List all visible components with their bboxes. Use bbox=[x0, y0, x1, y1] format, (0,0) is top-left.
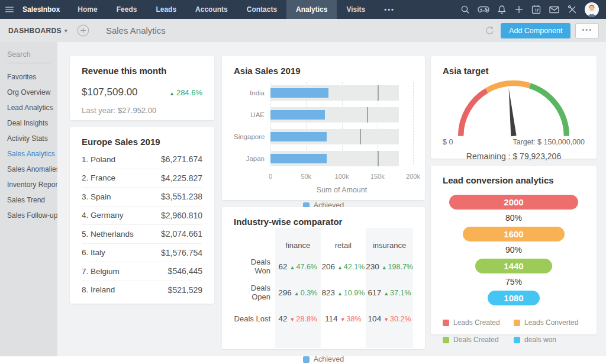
card-title: Asia target bbox=[443, 66, 585, 76]
funnel-stage[interactable]: 2000 bbox=[449, 195, 578, 210]
main-area: Favorites Org Overview Lead Analytics De… bbox=[0, 42, 606, 356]
asia-target-marker bbox=[367, 107, 368, 123]
card-title: Europe Sales 2019 bbox=[82, 137, 202, 147]
x-axis-tick: 0 bbox=[269, 173, 272, 180]
list-item: 6. Italy$1,576.754 bbox=[82, 244, 202, 263]
search-icon[interactable] bbox=[460, 4, 470, 15]
sidebar-search-input[interactable] bbox=[7, 49, 50, 63]
card-title: Asia Sales 2019 bbox=[234, 66, 413, 76]
nav-more-button[interactable]: ••• bbox=[375, 0, 404, 19]
sidebar-item-favorites[interactable]: Favorites bbox=[0, 69, 57, 85]
industry-comparator-card: Industry-wise comparator finance retail … bbox=[222, 207, 425, 349]
last-year-label: Last year: bbox=[82, 106, 115, 115]
revenue-amount: $107,509.00 bbox=[82, 86, 138, 98]
sidebar-item-deal-insights[interactable]: Deal Insights bbox=[0, 115, 57, 131]
revenue-card: Revenue this month $107,509.00 ▲284.6% L… bbox=[70, 56, 214, 120]
sidebar-item-sales-trend[interactable]: Sales Trend bbox=[0, 192, 57, 208]
europe-sales-list: 1. Poland$6,271.674 2. France$4,225.827 … bbox=[82, 150, 202, 299]
comparator-cell: 62▲47.6% bbox=[275, 253, 321, 279]
column-header: retail bbox=[321, 228, 366, 253]
x-axis-tick: 100k bbox=[335, 173, 349, 180]
asia-achieved-bar[interactable] bbox=[270, 88, 328, 98]
comparator-cell: 230▲198.7% bbox=[366, 253, 413, 279]
legend-label: Achieved bbox=[314, 355, 344, 363]
sidebar-item-activity-stats[interactable]: Activity Stats bbox=[0, 131, 57, 146]
sidebar-item-sales-analytics[interactable]: Sales Analytics bbox=[0, 146, 57, 162]
nav-item-analytics[interactable]: Analytics bbox=[286, 0, 337, 19]
legend-item: Leads Created bbox=[443, 318, 514, 327]
funnel-stage[interactable]: 1600 bbox=[463, 227, 565, 241]
asia-achieved-bar[interactable] bbox=[270, 154, 327, 163]
asia-target-marker bbox=[378, 151, 379, 166]
comparator-cell: 114▼38% bbox=[321, 305, 366, 331]
row-label: Deals Lost bbox=[234, 314, 275, 323]
card-title: Lead conversion analytics bbox=[443, 175, 585, 185]
email-icon[interactable] bbox=[549, 4, 560, 15]
asia-target-gauge bbox=[445, 77, 582, 140]
hamburger-menu-icon[interactable] bbox=[0, 0, 19, 19]
funnel-conversion-pct: 80% bbox=[443, 210, 585, 227]
gauge-min-label: $ 0 bbox=[443, 138, 453, 146]
card-title: Revenue this month bbox=[82, 66, 202, 76]
asia-achieved-bar[interactable] bbox=[270, 110, 325, 120]
nav-item-feeds[interactable]: Feeds bbox=[107, 0, 147, 19]
x-axis-tick: 150k bbox=[370, 173, 385, 180]
revenue-change-pct: 284.6% bbox=[176, 88, 202, 97]
nav-item-home[interactable]: Home bbox=[68, 0, 107, 19]
quick-add-plus-icon[interactable] bbox=[514, 5, 524, 14]
gauge-needle bbox=[506, 88, 517, 136]
revenue-last-year: Last year:$27.952.00 bbox=[82, 106, 202, 115]
revenue-change: ▲284.6% bbox=[169, 88, 202, 97]
x-axis-tick: 200k bbox=[406, 173, 420, 180]
user-avatar[interactable] bbox=[585, 2, 599, 17]
nav-brand[interactable]: SalesInbox bbox=[19, 0, 68, 19]
last-year-value: $27.952.00 bbox=[118, 106, 156, 115]
list-item: 5. Netherlands$2,074.661 bbox=[82, 225, 202, 244]
calendar-icon[interactable] bbox=[531, 4, 541, 15]
lead-conversion-card: Lead conversion analytics 2000 80% 1600 … bbox=[431, 166, 597, 334]
asia-achieved-bar[interactable] bbox=[270, 132, 327, 141]
chevron-down-icon: ▾ bbox=[65, 28, 67, 34]
page-title: Sales Analytics bbox=[106, 25, 166, 36]
nav-item-leads[interactable]: Leads bbox=[146, 0, 186, 19]
legend-label: Leads Converted bbox=[524, 318, 578, 327]
nav-item-visits[interactable]: Visits bbox=[337, 0, 375, 19]
comparator-cell: 617▲37.1% bbox=[366, 279, 413, 305]
legend-swatch bbox=[514, 337, 520, 343]
sidebar-item-inventory-report[interactable]: Inventory Report bbox=[0, 177, 57, 192]
nav-item-accounts[interactable]: Accounts bbox=[186, 0, 237, 19]
x-axis-tick: 50k bbox=[301, 173, 311, 180]
y-axis-label: Singapore bbox=[234, 133, 270, 140]
nav-item-contacts[interactable]: Contacts bbox=[237, 0, 286, 19]
asia-bar-row: Singapore bbox=[234, 129, 413, 144]
settings-tools-icon[interactable] bbox=[567, 4, 578, 15]
gridline bbox=[413, 82, 414, 165]
add-dashboard-icon[interactable] bbox=[77, 24, 89, 37]
comparator-cell: 42▼28.8% bbox=[275, 305, 321, 331]
funnel-stage[interactable]: 1080 bbox=[488, 291, 540, 305]
sidebar-item-sales-anomalies[interactable]: Sales Anomalies bbox=[0, 162, 57, 177]
list-item: 3. Spain$3,551.238 bbox=[82, 188, 202, 207]
games-icon[interactable] bbox=[478, 4, 489, 15]
refresh-icon[interactable] bbox=[485, 25, 495, 36]
column-header: insurance bbox=[366, 228, 413, 253]
dashboards-dropdown[interactable]: DASHBOARDS ▾ bbox=[8, 27, 67, 35]
notifications-bell-icon[interactable] bbox=[497, 4, 507, 15]
funnel-stage[interactable]: 1440 bbox=[475, 259, 552, 273]
x-axis-ticks: 050k100k150k200k bbox=[270, 173, 413, 181]
toolbar-more-button[interactable]: ••• bbox=[575, 23, 599, 38]
legend-swatch bbox=[443, 320, 449, 326]
sidebar-item-org-overview[interactable]: Org Overview bbox=[0, 85, 57, 100]
dashboard-content: Revenue this month $107,509.00 ▲284.6% L… bbox=[57, 42, 606, 356]
chart-legend: Achieved bbox=[234, 355, 413, 363]
asia-sales-chart: India UAE Singapore Japan bbox=[234, 85, 413, 166]
gauge-remaining-label: Remaining : $ 79,923,206 bbox=[443, 152, 585, 161]
funnel-legend: Leads Created Leads Converted Deals Crea… bbox=[443, 318, 585, 344]
y-axis-label: India bbox=[234, 89, 270, 96]
sidebar-item-sales-follow-up[interactable]: Sales Follow-up bbox=[0, 208, 57, 223]
sidebar-item-lead-analytics[interactable]: Lead Analytics bbox=[0, 100, 57, 115]
add-component-button[interactable]: Add Component bbox=[501, 23, 570, 38]
europe-sales-card: Europe Sales 2019 1. Poland$6,271.674 2.… bbox=[70, 127, 214, 304]
row-label: Deals Won bbox=[234, 257, 275, 275]
sidebar-list: Favorites Org Overview Lead Analytics De… bbox=[0, 69, 57, 223]
